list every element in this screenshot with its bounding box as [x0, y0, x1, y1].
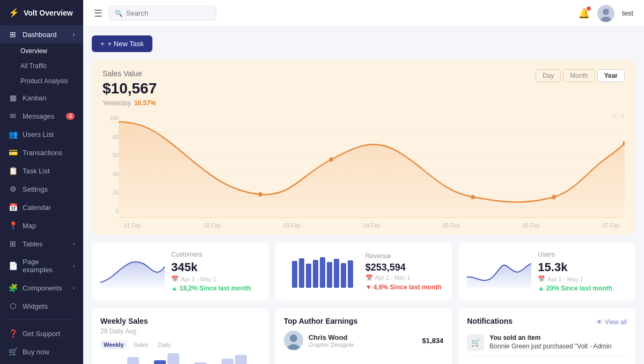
x-label-2: 03 Feb: [283, 223, 300, 229]
search-box[interactable]: 🔍: [109, 6, 216, 20]
search-icon: 🔍: [115, 10, 123, 17]
calendar-mini-icon: 📅: [538, 275, 545, 282]
support-icon: ❓: [9, 329, 17, 338]
users-date: 📅 Apr 1 - May 1: [538, 275, 627, 282]
weekly-sales-subtitle: 28 Daily Avg.: [100, 327, 260, 335]
chevron-right-icon: ›: [73, 285, 75, 291]
sidebar-item-buy-now[interactable]: 🛒 Buy now: [0, 343, 83, 361]
weekly-bar-2: [127, 357, 139, 364]
sales-change: 10.57%: [134, 99, 156, 107]
sidebar-item-task-list[interactable]: 📋 Task List: [0, 162, 83, 180]
calendar-mini-icon: 📅: [365, 274, 373, 281]
users-label: Users: [538, 251, 627, 258]
sidebar-item-tables[interactable]: ⊞ Tables ›: [0, 235, 83, 253]
notif-content: You sold an item Bonnie Green just purch…: [489, 334, 611, 350]
bar-6: [327, 262, 332, 288]
sidebar-item-map[interactable]: 📍 Map: [0, 216, 83, 235]
revenue-label: Revenue: [365, 252, 444, 260]
chevron-right-icon: ›: [73, 32, 75, 38]
sidebar-item-messages[interactable]: ✉ Messages 4: [0, 107, 83, 125]
app-logo[interactable]: ⚡ Volt Overview: [0, 0, 83, 25]
bar-4: [313, 260, 318, 288]
notification-bell[interactable]: 🔔: [578, 8, 590, 19]
widgets-icon: ⬡: [9, 302, 17, 310]
avatar-image: [597, 5, 614, 22]
user-name[interactable]: test: [622, 9, 633, 17]
svg-point-1: [603, 9, 609, 15]
chart-y-labels: 100 80 60 40 20 0: [103, 111, 119, 219]
plus-icon: +: [100, 40, 105, 48]
weekly-bars: [100, 353, 260, 364]
author-details: Chris Wood Graphic Designer: [309, 333, 355, 348]
users-info: Users 15.3k 📅 Apr 1 - May 1 ▲ 20% Since …: [538, 251, 627, 292]
weekly-bar-4: [154, 360, 166, 364]
revenue-date-text: Apr 1 - May 1: [375, 274, 411, 281]
menu-icon[interactable]: ☰: [94, 8, 103, 19]
customers-info: Customers 345k 📅 Apr 1 - May 1 ▲ 18,2% S…: [171, 251, 260, 292]
sidebar-item-calendar[interactable]: 📅 Calendar: [0, 198, 83, 216]
components-icon: 🧩: [9, 283, 17, 292]
new-task-button[interactable]: + + New Task: [92, 35, 152, 52]
sidebar-label-transactions: Transactions: [23, 149, 62, 157]
header-right: 🔔 test: [578, 5, 633, 22]
sidebar-label-overview: Overview: [20, 47, 47, 55]
weekly-tabs: Weekly Sales Daily: [100, 340, 260, 349]
search-input[interactable]: [126, 9, 210, 17]
sales-header: Sales Value $10,567 Yesterday 10.57% Day…: [103, 69, 625, 107]
sidebar-item-users-list[interactable]: 👥 Users List: [0, 125, 83, 143]
x-label-6: 07 Feb: [603, 223, 619, 229]
map-icon: 📍: [9, 221, 17, 230]
settings-icon: ⚙: [9, 185, 17, 193]
view-all-link[interactable]: 👁 View all: [596, 318, 627, 326]
period-btn-year[interactable]: Year: [597, 69, 625, 82]
avatar[interactable]: [597, 5, 614, 22]
sidebar-item-widgets[interactable]: ⬡ Widgets: [0, 297, 83, 315]
sidebar-item-all-traffic[interactable]: All Traffic: [16, 59, 83, 74]
sidebar-item-page-examples[interactable]: 📄 Page examples ›: [0, 253, 83, 279]
period-buttons: Day Month Year: [536, 69, 625, 82]
notification-item: 🛒 You sold an item Bonnie Green just pur…: [467, 330, 627, 356]
sales-info: Sales Value $10,567 Yesterday 10.57%: [103, 69, 157, 107]
sidebar-item-dashboard[interactable]: ⊞ Dashboard ›: [0, 25, 83, 43]
x-label-1: 02 Feb: [204, 223, 221, 229]
weekly-bar-9: [222, 359, 233, 364]
sidebar-item-overview[interactable]: Overview: [16, 43, 83, 59]
sidebar-label-all-traffic: All Traffic: [20, 62, 47, 70]
period-btn-month[interactable]: Month: [563, 69, 595, 82]
chart-dot-2: [329, 157, 333, 162]
weekly-tab-weekly[interactable]: Weekly: [100, 340, 127, 349]
customers-change: ▲ 18,2% Since last month: [171, 285, 260, 292]
circle-icon: ○: [612, 111, 617, 120]
customers-date: 📅 Apr 1 - May 1: [171, 275, 260, 282]
revenue-value: $253,594: [365, 262, 444, 273]
sidebar-item-settings[interactable]: ⚙ Settings: [0, 180, 83, 198]
weekly-tab-daily[interactable]: Daily: [155, 340, 174, 349]
new-task-label: + New Task: [108, 40, 144, 48]
task-list-icon: 📋: [9, 166, 17, 175]
app-name: Volt Overview: [24, 9, 73, 17]
sidebar-item-kanban[interactable]: ▦ Kanban: [0, 89, 83, 107]
sidebar-item-product-analysis[interactable]: Product Analysis: [16, 74, 83, 89]
weekly-bar-5: [167, 353, 179, 364]
transactions-icon: 💳: [9, 148, 17, 157]
period-btn-day[interactable]: Day: [536, 69, 561, 82]
weekly-tab-sales[interactable]: Sales: [130, 340, 152, 349]
eye-icon: 👁: [596, 318, 603, 326]
yesterday-label: Yesterday: [103, 99, 131, 107]
notif-text: Bonnie Green just purchased "Volt - Admi…: [489, 343, 611, 350]
author-name: Chris Wood: [309, 333, 355, 341]
top-authors-title: Top Author Earnings: [284, 317, 444, 325]
revenue-mini-chart: [284, 256, 359, 288]
sales-title: Sales Value: [103, 69, 157, 78]
calendar-mini-icon: 📅: [171, 275, 179, 282]
sidebar-item-transactions[interactable]: 💳 Transactions: [0, 143, 83, 162]
revenue-date: 📅 Apr 1 - May 1: [365, 274, 444, 281]
page-examples-icon: 📄: [9, 261, 17, 270]
main-area: ☰ 🔍 🔔 test + + New Task: [83, 0, 644, 364]
sidebar-item-get-support[interactable]: ❓ Get Support: [0, 324, 83, 343]
sidebar-label-users-list: Users List: [23, 130, 54, 139]
users-date-text: Apr 1 - May 1: [547, 276, 583, 282]
messages-badge: 4: [66, 113, 75, 120]
stat-card-customers: Customers 345k 📅 Apr 1 - May 1 ▲ 18,2% S…: [92, 242, 269, 301]
sidebar-item-components[interactable]: 🧩 Components ›: [0, 279, 83, 297]
